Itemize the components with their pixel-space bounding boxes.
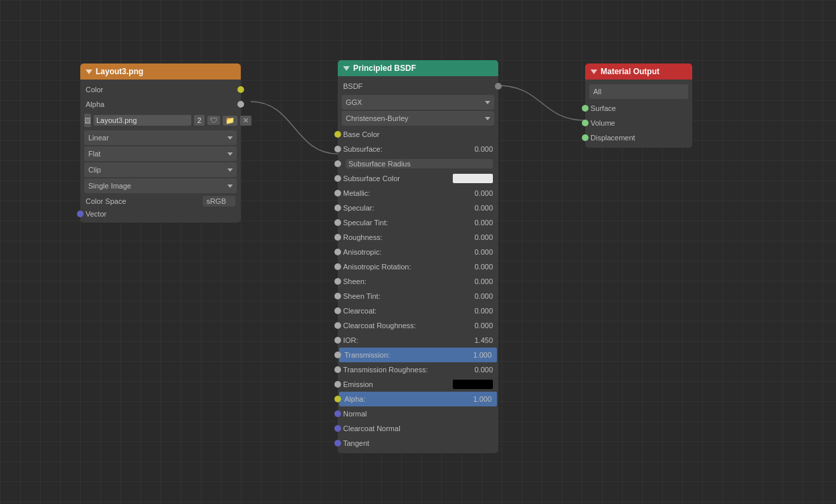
dropdown-clip[interactable]: Clip: [84, 162, 237, 177]
specular-tint-socket[interactable]: [334, 219, 341, 226]
material-output-triangle[interactable]: [591, 70, 597, 74]
roughness-row: Roughness: 0.000: [338, 230, 498, 245]
output-alpha-socket[interactable]: [237, 101, 244, 108]
displacement-socket[interactable]: [582, 134, 589, 141]
surface-socket[interactable]: [582, 105, 589, 112]
close-btn[interactable]: ✕: [240, 116, 251, 126]
sheen-socket[interactable]: [334, 278, 341, 285]
principled-collapse-triangle[interactable]: [343, 66, 350, 71]
volume-label: Volume: [591, 119, 687, 127]
distribution-cb-dropdown[interactable]: Christensen-Burley: [342, 111, 494, 126]
anisotropic-rotation-socket[interactable]: [334, 263, 341, 270]
anisotropic-socket[interactable]: [334, 249, 341, 255]
material-output-all-label: All: [593, 88, 684, 96]
image-texture-body: Color Alpha 🖼 2 🛡 📁 ✕ Linear Flat Clip: [80, 80, 241, 223]
clearcoat-roughness-socket[interactable]: [334, 322, 341, 329]
tangent-row: Tangent: [338, 436, 498, 451]
image-toolbar: 🖼 2 🛡 📁 ✕: [80, 112, 241, 129]
tangent-socket[interactable]: [334, 440, 341, 447]
folder-btn[interactable]: 📁: [223, 116, 237, 126]
specular-value: 0.000: [474, 204, 493, 212]
subsurface-value: 0.000: [474, 145, 493, 153]
bsdf-output-label: BSDF: [343, 82, 493, 90]
alpha-socket[interactable]: [334, 396, 341, 402]
sheen-tint-label: Sheen Tint:: [343, 292, 474, 300]
sheen-value: 0.000: [474, 277, 493, 285]
dropdown-single-image-arrow: [227, 184, 233, 188]
image-texture-header: Layout3.png: [80, 64, 241, 80]
subsurface-socket[interactable]: [334, 146, 341, 152]
volume-socket[interactable]: [582, 120, 589, 126]
distribution-ggx-arrow: [485, 101, 490, 104]
sheen-tint-value: 0.000: [474, 292, 493, 300]
dropdown-single-image-label: Single Image: [88, 182, 227, 190]
shield-btn[interactable]: 🛡: [207, 116, 220, 125]
distribution-ggx-dropdown[interactable]: GGX: [342, 95, 494, 110]
clearcoat-roughness-label: Clearcoat Roughness:: [343, 322, 474, 330]
subsurface-color-socket[interactable]: [334, 175, 341, 182]
ior-socket[interactable]: [334, 337, 341, 344]
ior-value: 1.450: [474, 336, 493, 344]
sheen-tint-row: Sheen Tint: 0.000: [338, 289, 498, 303]
specular-label: Specular:: [343, 204, 474, 212]
emission-socket[interactable]: [334, 381, 341, 388]
image-preview-icon: 🖼: [84, 114, 91, 127]
anisotropic-label: Anisotropic:: [343, 248, 474, 256]
clearcoat-normal-socket[interactable]: [334, 425, 341, 432]
image-name-input[interactable]: [94, 115, 191, 126]
subsurface-radius-socket[interactable]: [334, 160, 341, 167]
color-space-label: Color Space: [86, 197, 203, 205]
dropdown-single-image[interactable]: Single Image: [84, 178, 237, 193]
transmission-roughness-socket[interactable]: [334, 366, 341, 373]
node-principled-bsdf: Principled BSDF BSDF GGX Christensen-Bur…: [338, 60, 498, 453]
sheen-row: Sheen: 0.000: [338, 274, 498, 289]
subsurface-color-swatch[interactable]: [453, 174, 493, 183]
emission-row: Emission: [338, 377, 498, 392]
bsdf-output-socket[interactable]: [495, 83, 502, 90]
output-color-label: Color: [86, 86, 235, 94]
distribution-cb-label: Christensen-Burley: [346, 114, 485, 122]
transmission-socket[interactable]: [334, 352, 341, 358]
output-color-row: Color: [80, 82, 241, 97]
subsurface-label: Subsurface:: [343, 145, 474, 153]
base-color-label: Base Color: [343, 130, 493, 138]
dropdown-linear-label: Linear: [88, 134, 227, 142]
emission-swatch[interactable]: [453, 380, 493, 389]
emission-label: Emission: [343, 380, 453, 388]
output-color-socket[interactable]: [237, 86, 244, 93]
subsurface-radius-row: Subsurface Radius: [338, 156, 498, 171]
dropdown-linear[interactable]: Linear: [84, 130, 237, 145]
material-output-all-dropdown[interactable]: All: [589, 84, 688, 99]
vector-label: Vector: [86, 210, 106, 218]
transmission-roughness-label: Transmission Roughness:: [343, 366, 474, 374]
vector-socket[interactable]: [77, 211, 84, 217]
base-color-socket[interactable]: [334, 131, 341, 138]
specular-tint-value: 0.000: [474, 219, 493, 227]
color-space-dropdown[interactable]: sRGB: [203, 196, 235, 207]
collapse-triangle[interactable]: [86, 70, 92, 74]
roughness-value: 0.000: [474, 233, 493, 241]
clearcoat-value: 0.000: [474, 307, 493, 315]
tangent-label: Tangent: [343, 439, 493, 447]
normal-socket[interactable]: [334, 410, 341, 417]
vector-row: Vector: [80, 208, 241, 220]
clearcoat-row: Clearcoat: 0.000: [338, 303, 498, 318]
alpha-row: Alpha: 1.000: [339, 392, 497, 406]
transmission-label: Transmission:: [344, 351, 473, 359]
color-space-row: Color Space sRGB: [80, 195, 241, 208]
roughness-socket[interactable]: [334, 234, 341, 241]
subsurface-color-row: Subsurface Color: [338, 171, 498, 186]
image-num: 2: [194, 115, 205, 126]
sheen-label: Sheen:: [343, 277, 474, 285]
dropdown-flat[interactable]: Flat: [84, 146, 237, 161]
distribution-ggx-label: GGX: [346, 98, 485, 106]
specular-socket[interactable]: [334, 205, 341, 211]
displacement-label: Displacement: [591, 134, 687, 142]
metallic-socket[interactable]: [334, 190, 341, 197]
material-output-header: Material Output: [585, 64, 692, 80]
subsurface-radius-label: Subsurface Radius: [348, 160, 488, 168]
ior-label: IOR:: [343, 336, 474, 344]
material-output-title: Material Output: [601, 67, 659, 76]
sheen-tint-socket[interactable]: [334, 293, 341, 299]
clearcoat-socket[interactable]: [334, 307, 341, 314]
